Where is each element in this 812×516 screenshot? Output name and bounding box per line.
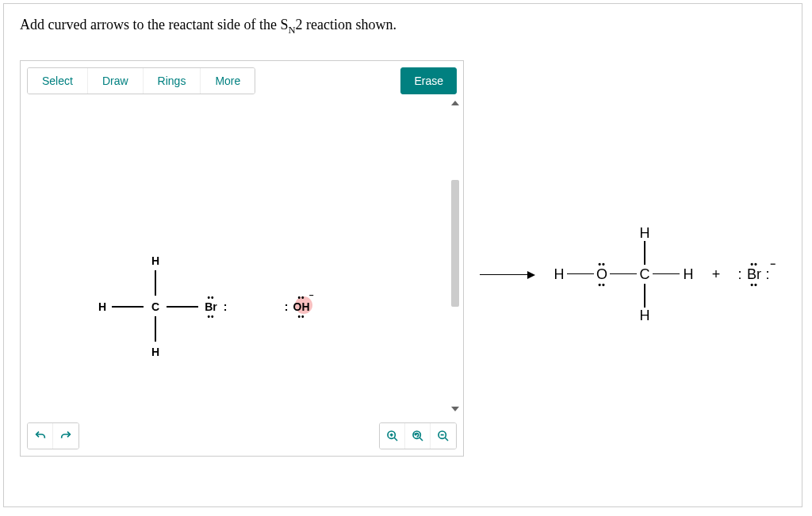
zoom-out-button[interactable] [431, 423, 456, 449]
editor-toolbar: Select Draw Rings More Erase [21, 61, 463, 94]
arrow-head-icon [527, 271, 535, 279]
lone-pair-dots: •• [207, 312, 214, 320]
history-buttons [27, 422, 79, 449]
lone-pair-dots: •• [598, 280, 606, 289]
scroll-up-icon[interactable] [451, 101, 459, 105]
lone-pair-dots: •• [750, 280, 758, 289]
question-prefix: Add curved arrows to the reactant side o… [20, 17, 288, 32]
structure-editor: Select Draw Rings More Erase C H H H Br … [20, 60, 464, 457]
lone-pair-colon: : [765, 266, 769, 282]
negative-charge: − [770, 258, 776, 269]
zoom-reset-button[interactable] [405, 423, 431, 449]
zoom-reset-icon [412, 430, 424, 442]
svg-line-1 [394, 438, 397, 441]
erase-button[interactable]: Erase [400, 67, 457, 94]
drawing-canvas[interactable]: C H H H Br •• •• : : OH •• •• − [21, 101, 447, 416]
bottom-toolbar [27, 422, 457, 449]
lone-pair-dots: •• [750, 259, 758, 269]
undo-button[interactable] [28, 423, 53, 449]
lone-pair-colon: : [285, 300, 289, 313]
draw-tab[interactable]: Draw [88, 68, 144, 94]
question-suffix: 2 reaction shown. [296, 17, 396, 32]
prod-atom-h-top: H [640, 224, 650, 241]
negative-charge: − [309, 291, 314, 300]
bond [567, 273, 594, 275]
question-panel: Add curved arrows to the reactant side o… [3, 3, 802, 507]
lone-pair-colon: : [737, 266, 741, 282]
zoom-buttons [379, 422, 457, 449]
scroll-down-icon[interactable] [451, 407, 459, 411]
plus-sign: + [712, 266, 721, 282]
more-tab[interactable]: More [201, 68, 255, 94]
bond [155, 270, 156, 296]
lone-pair-dots: •• [207, 292, 214, 301]
bond [644, 241, 645, 265]
bond [155, 316, 156, 342]
question-subscript: N [288, 25, 295, 36]
mode-tabs: Select Draw Rings More [27, 67, 255, 94]
lone-pair-dots: •• [297, 312, 304, 320]
lone-pair-dots: •• [297, 292, 304, 301]
atom-h-bottom: H [151, 346, 159, 358]
atom-h-left: H [98, 300, 106, 313]
zoom-out-icon [437, 430, 450, 442]
products-display: H O •• •• C H H H + : Br •• •• : − [472, 60, 786, 457]
prod-atom-h-right: H [684, 266, 694, 282]
select-tab[interactable]: Select [28, 68, 88, 94]
atom-c: C [151, 300, 159, 313]
prod-atom-h-left: H [554, 266, 565, 282]
svg-line-7 [445, 438, 448, 441]
vertical-scrollbar[interactable] [450, 101, 460, 411]
prod-atom-h-bottom: H [640, 307, 650, 323]
lone-pair-colon: : [224, 300, 228, 313]
work-area: Select Draw Rings More Erase C H H H Br … [20, 60, 786, 457]
prod-atom-c: C [640, 266, 650, 282]
rings-tab[interactable]: Rings [144, 68, 201, 94]
bond [653, 273, 680, 275]
bond [112, 306, 144, 308]
reaction-arrow [480, 274, 527, 276]
bond [610, 273, 637, 275]
svg-line-5 [419, 438, 423, 441]
redo-icon [59, 430, 72, 442]
zoom-in-icon [386, 430, 399, 442]
bond [644, 284, 645, 308]
question-text: Add curved arrows to the reactant side o… [20, 17, 786, 36]
zoom-in-button[interactable] [380, 423, 405, 449]
bond [167, 306, 198, 308]
redo-button[interactable] [53, 423, 79, 449]
atom-h-top: H [151, 254, 159, 267]
scroll-thumb[interactable] [451, 180, 459, 307]
undo-icon [34, 430, 47, 442]
lone-pair-dots: •• [598, 259, 606, 269]
